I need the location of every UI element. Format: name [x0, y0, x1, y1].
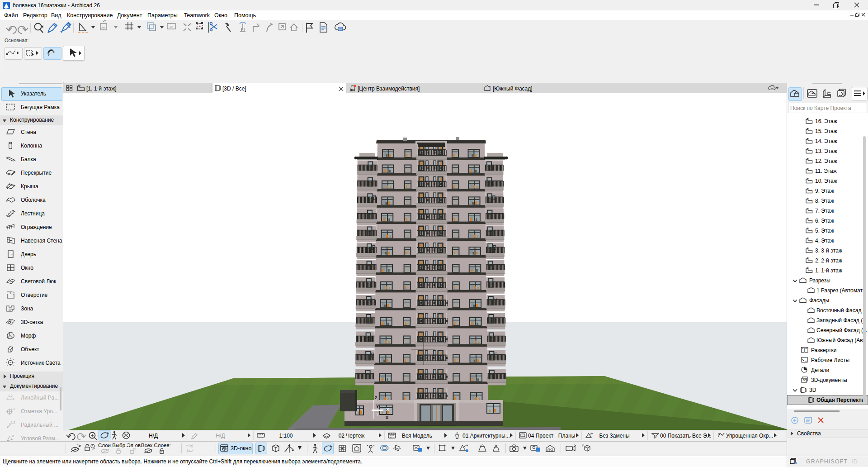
svg-text:1.2: 1.2: [8, 394, 13, 397]
svg-text:1.2: 1.2: [11, 421, 15, 424]
svg-text:z: z: [375, 395, 377, 400]
svg-text:y: y: [376, 403, 379, 408]
svg-text:1.2: 1.2: [11, 407, 15, 410]
svg-text:x: x: [386, 415, 389, 420]
svg-text:y: y: [376, 411, 379, 416]
svg-text:xy: xy: [101, 25, 105, 29]
svg-text:α: α: [12, 434, 14, 438]
svg-text:x: x: [386, 406, 389, 412]
svg-text:12: 12: [169, 25, 173, 29]
